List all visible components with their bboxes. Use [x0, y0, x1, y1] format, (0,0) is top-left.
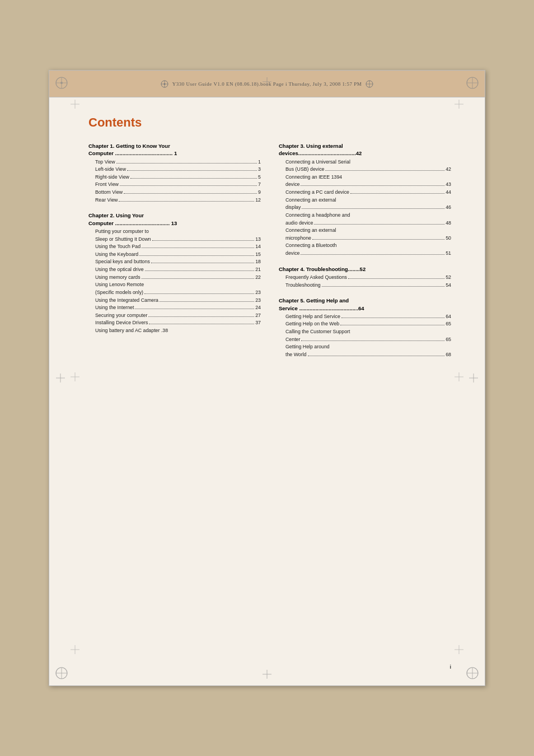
toc-entry-device-drivers: Installing Device Drivers 37	[88, 319, 261, 327]
svg-point-36	[163, 83, 165, 85]
toc-entry-bluetooth: Connecting a Bluetooth device 51	[279, 242, 451, 257]
toc-entry-camera: Using the Integrated Camera 23	[88, 297, 261, 305]
chapter-2-heading: Chapter 2. Using YourComputer ..........…	[88, 212, 261, 227]
toc-entry-left-side-view: Left-side View 3	[88, 166, 261, 174]
toc-entry-external-display: Connecting an external display 46	[279, 197, 451, 212]
inner-crosshair-bl	[71, 645, 79, 656]
toc-entry-lenovo-remote: Using Lenovo Remote (Specific models onl…	[88, 281, 261, 296]
toc-entry-top-view: Top View 1	[88, 158, 261, 166]
toc-entry-optical-drive: Using the optical drive 21	[88, 266, 261, 274]
toc-entry-right-side-view: Right-side View 5	[88, 174, 261, 181]
chapter-1-heading: Chapter 1. Getting to Know YourComputer …	[88, 142, 261, 157]
toc-entry-help-web: Getting Help on the Web 65	[279, 320, 451, 328]
toc-right-column: Chapter 3. Using externaldevices........…	[279, 142, 451, 359]
corner-mark-bl	[54, 665, 69, 681]
toc-entry-usb: Connecting a Universal Serial Bus (USB) …	[279, 158, 451, 174]
chapter-4-heading: Chapter 4. Troubleshooting........52	[279, 265, 451, 273]
page: Y330 User Guide V1.0 EN (08.06.18).book …	[49, 70, 485, 686]
chapter-5-heading: Chapter 5. Getting Help andService .....…	[279, 297, 451, 312]
toc-entry-help-world: Getting Help around the World 68	[279, 343, 451, 358]
svg-point-3	[60, 82, 63, 84]
corner-mark-br	[465, 665, 480, 681]
toc-columns: Chapter 1. Getting to Know YourComputer …	[88, 142, 451, 359]
toc-left-column: Chapter 1. Getting to Know YourComputer …	[88, 142, 261, 359]
toc-entry-security: Securing your computer 27	[88, 312, 261, 320]
chapter-3-heading: Chapter 3. Using externaldevices........…	[279, 142, 451, 157]
toc-entry-faq: Frequently Asked Questions 52	[279, 274, 451, 282]
toc-entry-special-keys: Special keys and buttons 18	[88, 258, 261, 266]
corner-mark-tr	[465, 75, 480, 91]
mid-mark-left	[55, 372, 66, 384]
toc-entry-pc-card: Connecting a PC card device 44	[279, 189, 451, 197]
inner-crosshair-mr	[455, 372, 463, 384]
toc-entry-troubleshooting: Troubleshooting 54	[279, 282, 451, 290]
inner-crosshair-tl	[71, 100, 79, 111]
toc-entry-ieee1394: Connecting an IEEE 1394 device 43	[279, 174, 451, 189]
toc-entry-help-service: Getting Help and Service 64	[279, 313, 451, 321]
mid-mark-top	[261, 76, 273, 87]
toc-entry-front-view: Front View 7	[88, 181, 261, 189]
toc-entry-sleep: Putting your computer to Sleep or Shutti…	[88, 228, 261, 243]
toc-entry-internet: Using the Internet 24	[88, 304, 261, 312]
toc-entry-customer-support: Calling the Customer Support Center 65	[279, 328, 451, 343]
toc-entry-touchpad: Using the Touch Pad 14	[88, 243, 261, 251]
toc-entry-microphone: Connecting an external microphone 50	[279, 227, 451, 242]
mid-mark-right	[468, 372, 479, 384]
inner-crosshair-tr	[455, 100, 463, 111]
corner-mark-tl	[54, 75, 69, 91]
toc-entry-bottom-view: Bottom View 9	[88, 189, 261, 197]
inner-crosshair-ml	[71, 372, 79, 384]
inner-crosshair-br	[455, 645, 463, 656]
content-area: Contents Chapter 1. Getting to Know Your…	[49, 97, 485, 381]
toc-entry-battery: Using battery and AC adapter .38	[88, 327, 261, 335]
toc-entry-headphone: Connecting a headphone and audio device …	[279, 212, 451, 227]
toc-entry-keyboard: Using the Keyboard 15	[88, 251, 261, 259]
toc-entry-rear-view: Rear View 12	[88, 197, 261, 204]
toc-entry-memory-cards: Using memory cards 22	[88, 274, 261, 282]
page-number: i	[449, 664, 451, 670]
mid-mark-bottom	[261, 669, 273, 680]
page-title: Contents	[88, 115, 451, 130]
